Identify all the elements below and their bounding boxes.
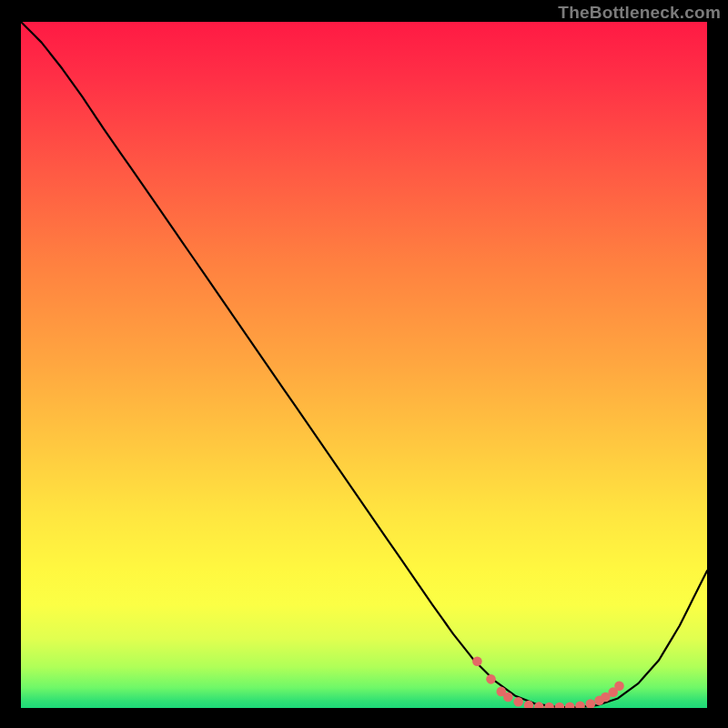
valley-dot <box>544 703 554 708</box>
valley-dots-layer <box>21 22 707 708</box>
valley-dot <box>555 703 565 708</box>
valley-dot <box>614 682 624 692</box>
valley-dot <box>565 702 575 708</box>
valley-dot <box>534 702 544 708</box>
valley-dot <box>472 656 482 666</box>
valley-dot <box>486 674 496 684</box>
valley-dot <box>575 701 585 708</box>
valley-dot <box>513 697 523 707</box>
valley-dot <box>524 701 534 708</box>
valley-dots-group <box>472 656 624 708</box>
chart-frame: TheBottleneck.com <box>0 0 728 728</box>
valley-dot <box>503 693 513 703</box>
plot-area <box>21 22 707 708</box>
valley-dot <box>586 699 596 708</box>
watermark-text: TheBottleneck.com <box>558 3 721 23</box>
